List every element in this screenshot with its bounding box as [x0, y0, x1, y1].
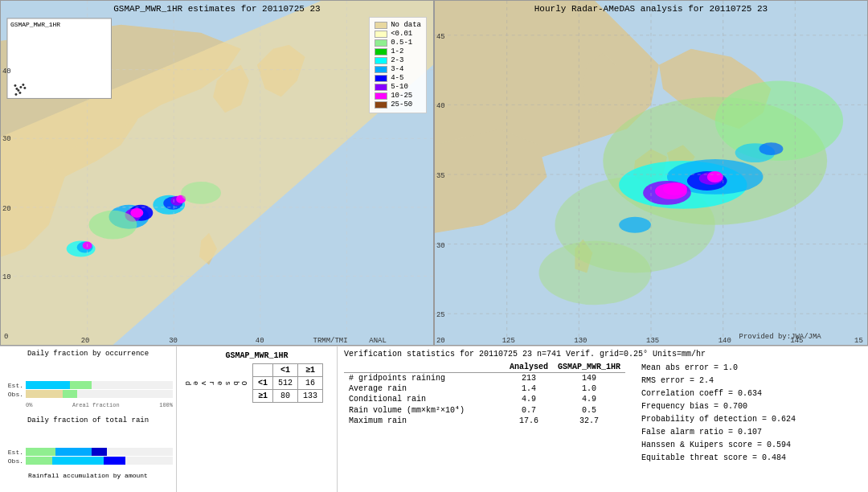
svg-text:25: 25: [436, 311, 445, 319]
svg-point-39: [14, 93, 17, 96]
contingency-v22: 133: [298, 390, 323, 403]
chart1-axis-end: 100%: [159, 402, 173, 408]
verification-row-label-3: Rain volume (mm×km²×10⁴): [344, 404, 505, 416]
chart2-est-label: Est.: [3, 449, 23, 456]
svg-text:40: 40: [2, 68, 11, 76]
contingency-v21: 80: [273, 390, 298, 403]
verification-row-analysed-0: 213: [505, 373, 553, 383]
verification-row-analysed-4: 17.6: [505, 416, 553, 426]
svg-point-70: [619, 217, 651, 233]
correlation-coeff: Correlation coeff = 0.634: [641, 387, 818, 400]
contingency-row1-header: <1: [253, 377, 273, 390]
chart2-obs-bar: [26, 457, 173, 465]
verification-row-label-1: Average rain: [344, 383, 505, 394]
svg-point-35: [14, 84, 16, 87]
svg-rect-30: [7, 18, 112, 99]
chart1-est-fill-green: [70, 381, 92, 389]
chart2-obs-label: Obs.: [3, 457, 23, 465]
svg-text:TRMM/TMI: TRMM/TMI: [313, 337, 348, 345]
legend-item-2: 2-3: [375, 56, 421, 64]
legend-color-001: [375, 31, 387, 38]
svg-point-72: [760, 142, 784, 155]
chart2-title: Daily fraction of total rain: [3, 416, 173, 424]
legend-item-1: 1-2: [375, 47, 421, 55]
left-map-title: GSMAP_MWR_1HR estimates for 20110725 23: [1, 2, 433, 15]
chart1-obs-row: Obs.: [3, 390, 173, 398]
legend-color-25: [375, 101, 387, 109]
verification-title: Verification statistics for 20110725 23 …: [344, 350, 862, 359]
svg-text:30: 30: [2, 135, 11, 143]
legend-label-4: 4-5: [391, 74, 403, 82]
bottom-left-charts: Daily fraction by occurrence Est. Obs. 0…: [0, 346, 177, 492]
svg-point-33: [19, 86, 22, 88]
svg-text:30: 30: [436, 242, 445, 250]
svg-text:45: 45: [436, 33, 445, 41]
chart1-area: Est. Obs.: [3, 363, 173, 399]
contingency-inner: <1 ≥1 <1 512 16 ≥1 80 133: [252, 363, 323, 403]
right-map-svg: 45 40 35 30 25 20 125 130 135 140 145 15…: [435, 1, 867, 345]
svg-text:20: 20: [2, 205, 11, 213]
svg-text:40: 40: [256, 337, 264, 345]
legend-label-2: 2-3: [391, 56, 403, 64]
chart1-obs-bar: [26, 390, 173, 398]
verification-row-3: Rain volume (mm×km²×10⁴) 0.7 0.5: [344, 404, 625, 416]
svg-point-34: [17, 89, 19, 92]
obs-label: O b s e r v e d: [182, 379, 249, 387]
legend-item-05: 0.5-1: [375, 39, 421, 47]
verification-row-gsmap-3: 0.5: [553, 404, 625, 416]
svg-text:20: 20: [81, 337, 90, 345]
chart2-obs-row: Obs.: [3, 457, 173, 465]
chart2-est-fill-blue: [55, 448, 92, 456]
verification-gsmap-header: GSMAP_MWR_1HR: [553, 362, 625, 373]
chart1-obs-label: Obs.: [3, 391, 23, 398]
chart1-est-label: Est.: [3, 382, 23, 389]
equitable-threat: Equitable threat score = 0.484: [641, 452, 818, 465]
svg-text:30: 30: [169, 337, 178, 345]
verification-empty-col: [344, 362, 505, 373]
chart2-est-fill-darkblue: [92, 448, 106, 456]
svg-point-36: [22, 84, 24, 86]
frequency-bias: Frequency bias = 0.700: [641, 400, 818, 413]
svg-text:0: 0: [4, 333, 8, 341]
chart2-obs-fill-blue: [104, 457, 125, 465]
svg-text:15: 15: [854, 337, 863, 345]
contingency-row2-header: ≥1: [253, 390, 273, 403]
svg-text:135: 135: [646, 337, 659, 345]
verification-row-gsmap-1: 1.0: [553, 383, 625, 394]
rms-error: RMS error = 2.4: [641, 375, 818, 387]
right-map-panel: Hourly Radar-AMeDAS analysis for 2011072…: [434, 0, 868, 346]
svg-point-12: [130, 208, 143, 218]
legend-item-25: 25-50: [375, 100, 421, 109]
verification-row-0: # gridpoints raining 213 149: [344, 373, 625, 383]
contingency-empty-cell: [253, 364, 273, 377]
mean-abs-error: Mean abs error = 1.0: [641, 362, 818, 375]
chart1-axis-start: 0%: [26, 402, 32, 408]
contingency-header-row: <1 ≥1: [253, 364, 323, 377]
svg-text:35: 35: [436, 172, 445, 180]
contingency-v12: 16: [298, 377, 323, 390]
legend-label-nodata: No data: [391, 21, 421, 29]
svg-text:140: 140: [719, 337, 731, 345]
chart2-est-bar: [26, 448, 173, 456]
chart1-est-row: Est.: [3, 381, 173, 389]
chart1-axis: 0% Areal fraction 100%: [3, 402, 173, 408]
right-stats-section: Mean abs error = 1.0 RMS error = 2.4 Cor…: [641, 362, 818, 465]
chart1-obs-fill-tan: [26, 390, 63, 398]
legend-item-001: <0.01: [375, 30, 421, 38]
legend-item-nodata: No data: [375, 21, 421, 29]
verification-row-label-0: # gridpoints raining: [344, 373, 505, 383]
svg-text:130: 130: [574, 337, 587, 345]
svg-text:ANAL: ANAL: [369, 337, 387, 345]
verification-analysed-header: Analysed: [505, 362, 553, 373]
contingency-wrapper: O b s e r v e d <1 ≥1 <1 512 16 ≥1: [182, 363, 332, 403]
false-alarm-ratio: False alarm ratio = 0.107: [641, 426, 818, 439]
svg-text:Provided by:JWA/JMA: Provided by:JWA/JMA: [739, 333, 822, 341]
contingency-table-section: GSMAP_MWR_1HR O b s e r v e d <1 ≥1 <1 5…: [177, 346, 338, 492]
verification-row-analysed-2: 4.9: [505, 394, 553, 404]
svg-point-20: [89, 211, 137, 240]
chart1-axis-mid: Areal fraction: [72, 402, 120, 408]
verification-row-label-4: Maximum rain: [344, 416, 505, 426]
legend-item-10: 10-25: [375, 92, 421, 100]
contingency-row2: ≥1 80 133: [253, 390, 323, 403]
right-map-title: Hourly Radar-AMeDAS analysis for 2011072…: [435, 2, 867, 15]
